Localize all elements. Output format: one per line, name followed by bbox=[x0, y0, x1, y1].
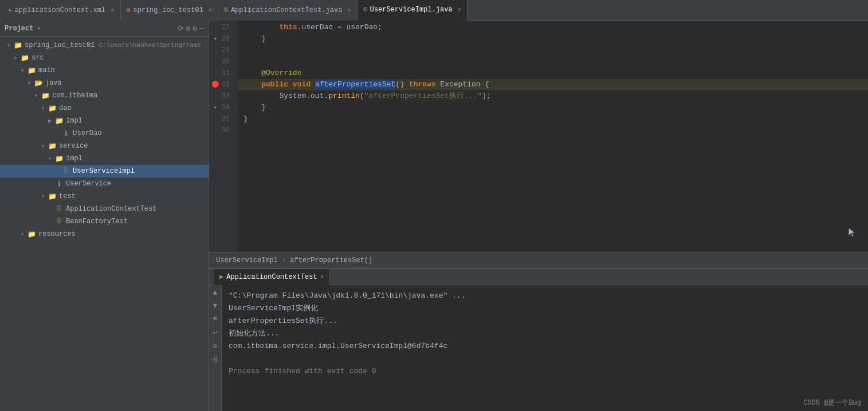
tree-resources[interactable]: ▾ 📁 resources bbox=[0, 228, 209, 240]
console-line bbox=[229, 353, 861, 365]
tab-userServiceImpl[interactable]: © UserServiceImpl.java × bbox=[358, 0, 468, 21]
scroll-up-icon[interactable]: ▲ bbox=[213, 289, 218, 297]
expand-arrow-src: ▾ bbox=[11, 54, 19, 61]
tab-applicationContextTest[interactable]: © ApplicationContextTest.java × bbox=[218, 0, 358, 21]
print-icon[interactable]: 🖨 bbox=[211, 355, 219, 364]
fold-28: ▾ bbox=[211, 33, 219, 45]
code-line-33: System.out.println("afterPropertiesSet执行… bbox=[238, 90, 868, 102]
tree-label-src: src bbox=[32, 54, 44, 62]
expand-arrow-root: ▾ bbox=[5, 42, 13, 49]
watermark: CSDN @是一个Bug bbox=[803, 398, 861, 408]
tree-label-test: test bbox=[59, 192, 76, 200]
tree-label-act: ApplicationContextTest bbox=[66, 205, 156, 213]
tree-test[interactable]: ▾ 📁 test bbox=[0, 190, 209, 203]
right-panel: 27 ▾ 28 29 30 31 � bbox=[209, 21, 868, 411]
code-line-32: public void afterPropertiesSet() throws … bbox=[238, 79, 868, 90]
breadcrumb-method: afterPropertiesSet() bbox=[290, 256, 372, 264]
code-line-27: this.userDao = userDao; bbox=[238, 22, 868, 33]
tab-label-appContextTest: ApplicationContextTest.java bbox=[231, 6, 342, 14]
usi-icon: © bbox=[61, 167, 71, 175]
tree-userserviceimpl[interactable]: © UserServiceImpl bbox=[0, 165, 209, 177]
line-36: 36 bbox=[209, 125, 233, 136]
editor-area[interactable]: 27 ▾ 28 29 30 31 � bbox=[209, 21, 868, 252]
tree-label-us: UserService bbox=[66, 180, 111, 188]
tab-close-spring-ioc[interactable]: × bbox=[209, 7, 213, 14]
us-icon: ℹ bbox=[54, 180, 64, 188]
tab-label-userServiceImpl: UserServiceImpl.java bbox=[370, 6, 453, 14]
collapse-icon[interactable]: — bbox=[199, 24, 204, 33]
tree-label-dao: dao bbox=[59, 104, 72, 112]
line-28: ▾ 28 bbox=[209, 33, 233, 45]
service-impl-folder-icon: 📁 bbox=[54, 155, 64, 163]
main-container: Project ▾ ⟳ ⚙ ⚙ — ▾ 📁 spring_ioc_test01 … bbox=[0, 21, 868, 411]
bottom-tab-close[interactable]: × bbox=[320, 274, 324, 280]
line-33: 33 bbox=[209, 90, 233, 102]
tree-label-dao-impl: impl bbox=[66, 117, 83, 125]
tab-bar: ✦ applicationContext.xml × m spring_ioc_… bbox=[0, 0, 868, 21]
tree-java[interactable]: ▾ 📂 java bbox=[0, 77, 209, 89]
interface-icon-1: © bbox=[363, 6, 367, 13]
tree-main[interactable]: ▾ 📁 main bbox=[0, 64, 209, 77]
tree-root[interactable]: ▾ 📁 spring_ioc_test01 C:\Users\haohao\Sp… bbox=[0, 39, 209, 52]
gear-icon[interactable]: ⚙ bbox=[186, 24, 191, 33]
bottom-tab-label: ApplicationContextTest bbox=[226, 273, 317, 281]
dao-folder-icon: 📁 bbox=[47, 104, 57, 113]
tree-service[interactable]: ▾ 📁 service bbox=[0, 140, 209, 152]
console-line: "C:\Program Files\Java\jdk1.8.0_171\bin\… bbox=[229, 290, 861, 302]
service-folder-icon: 📁 bbox=[47, 142, 57, 151]
tab-label-spring-ioc: spring_ioc_test01 bbox=[133, 6, 203, 14]
tree-userdao[interactable]: ℹ UserDao bbox=[0, 127, 209, 140]
tree-userservice[interactable]: ℹ UserService bbox=[0, 177, 209, 190]
expand-arrow-resources: ▾ bbox=[18, 231, 26, 238]
editor-statusbar: UserServiceImpl › afterPropertiesSet() bbox=[209, 252, 868, 268]
bottom-tab-run[interactable]: ▶ ApplicationContextTest × bbox=[214, 269, 330, 285]
tree-appcontexttest[interactable]: © ApplicationContextTest bbox=[0, 203, 209, 215]
code-line-34: } bbox=[238, 102, 868, 113]
expand-arrow-java: ▾ bbox=[25, 80, 33, 86]
tab-close-appContextTest[interactable]: × bbox=[347, 7, 351, 14]
filter-icon[interactable]: ≡ bbox=[213, 315, 218, 323]
java-folder-icon: 📂 bbox=[33, 79, 44, 88]
expand-arrow-service: ▾ bbox=[39, 143, 47, 149]
tree-src[interactable]: ▾ 📁 src bbox=[0, 52, 209, 64]
expand-arrow-dao: ▾ bbox=[39, 105, 47, 112]
wrap-icon[interactable]: ↩ bbox=[213, 328, 218, 337]
dao-impl-folder-icon: 📁 bbox=[54, 117, 64, 125]
tree-com-itheima[interactable]: ▾ 📁 com.itheima bbox=[0, 89, 209, 102]
line-30: 30 bbox=[209, 56, 233, 68]
tree-service-impl[interactable]: ▾ 📁 impl bbox=[0, 152, 209, 165]
file-tree: ▾ 📁 spring_ioc_test01 C:\Users\haohao\Sp… bbox=[0, 37, 209, 243]
java-icon-1: m bbox=[127, 7, 131, 14]
itheima-folder-icon: 📁 bbox=[40, 92, 50, 100]
test-folder-icon: 📁 bbox=[47, 192, 57, 201]
userdao-icon: ℹ bbox=[61, 129, 71, 138]
tree-beanfactorytest[interactable]: © BeanFactoryTest bbox=[0, 215, 209, 228]
tree-label-itheima: com.itheima bbox=[52, 92, 97, 100]
code-line-36 bbox=[238, 125, 868, 136]
expand-arrow-itheima: ▾ bbox=[32, 92, 40, 99]
code-line-31: @Override bbox=[238, 68, 868, 79]
sidebar-title: Project bbox=[5, 25, 33, 33]
scroll-down-icon[interactable]: ▼ bbox=[213, 302, 218, 310]
sidebar-dropdown-icon[interactable]: ▾ bbox=[37, 25, 41, 32]
sidebar: Project ▾ ⟳ ⚙ ⚙ — ▾ 📁 spring_ioc_test01 … bbox=[0, 21, 209, 411]
tree-dao[interactable]: ▾ 📁 dao bbox=[0, 102, 209, 114]
tree-label-root: spring_ioc_test01 C:\Users\haohao\Spring… bbox=[25, 41, 201, 49]
tab-close-userServiceImpl[interactable]: × bbox=[458, 6, 462, 13]
src-folder-icon: 📁 bbox=[19, 54, 30, 62]
settings-icon[interactable]: ⚙ bbox=[193, 24, 197, 33]
tab-spring-ioc[interactable]: m spring_ioc_test01 × bbox=[121, 0, 219, 21]
debug-icon-32: 🔴 bbox=[211, 79, 219, 90]
tab-applicationContext[interactable]: ✦ applicationContext.xml × bbox=[2, 0, 121, 21]
tree-dao-impl[interactable]: ▶ 📁 impl bbox=[0, 114, 209, 127]
sidebar-header: Project ▾ ⟳ ⚙ ⚙ — bbox=[0, 21, 209, 37]
line-32: 🔴 32 bbox=[209, 79, 233, 90]
sync-icon[interactable]: ⟳ bbox=[178, 24, 184, 33]
project-icon: 📁 bbox=[13, 41, 23, 50]
tree-label-bft: BeanFactoryTest bbox=[66, 218, 128, 226]
bft-icon: © bbox=[54, 218, 64, 226]
clear-icon[interactable]: ⊘ bbox=[213, 342, 218, 351]
bottom-panel: ▶ ApplicationContextTest × ▲ ▼ ≡ ↩ ⊘ 🖨 "… bbox=[209, 268, 868, 411]
tree-label-userdao: UserDao bbox=[73, 129, 101, 137]
tab-close-applicationContext[interactable]: × bbox=[111, 7, 115, 14]
